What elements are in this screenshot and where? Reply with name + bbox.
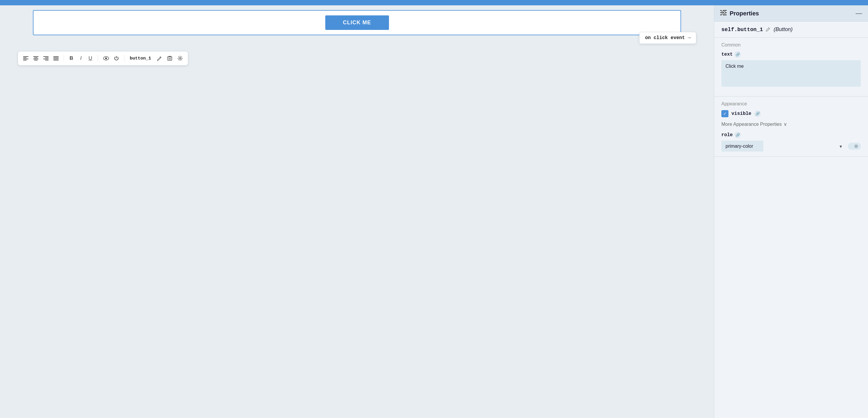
properties-icon xyxy=(720,10,727,17)
chevron-down-icon: ∨ xyxy=(783,121,787,127)
component-type: (Button) xyxy=(774,26,793,33)
role-section: role 🔗 primary-color secondary-color dan… xyxy=(721,132,861,152)
common-section: Common text 🔗 Click me xyxy=(714,38,868,97)
visibility-button[interactable] xyxy=(101,54,111,63)
svg-point-24 xyxy=(724,12,725,13)
visible-link-icon[interactable]: 🔗 xyxy=(754,110,761,117)
top-bar xyxy=(0,0,868,5)
panel-close-button[interactable]: — xyxy=(856,9,862,17)
element-toolbar: B I U button_1 xyxy=(18,51,188,65)
more-appearance-label: More Appearance Properties xyxy=(721,122,782,127)
svg-rect-3 xyxy=(23,60,27,60)
italic-button[interactable]: I xyxy=(76,54,85,63)
svg-point-25 xyxy=(721,14,723,15)
svg-rect-6 xyxy=(33,59,38,59)
main-layout: CLICK ME on click event → xyxy=(0,5,868,418)
svg-rect-7 xyxy=(34,60,38,60)
align-justify-button[interactable] xyxy=(51,54,61,63)
panel-header: Properties — xyxy=(714,5,868,22)
text-format-group: B I U xyxy=(67,54,95,63)
text-link-icon[interactable]: 🔗 xyxy=(734,51,741,58)
rename-button[interactable] xyxy=(155,54,164,63)
visible-label: visible xyxy=(732,111,751,116)
preview-button[interactable]: CLICK ME xyxy=(325,15,389,30)
svg-rect-11 xyxy=(45,60,49,60)
svg-rect-12 xyxy=(53,56,59,57)
settings-button[interactable] xyxy=(175,54,185,63)
text-label-text: text xyxy=(721,52,733,57)
svg-rect-10 xyxy=(43,59,49,59)
panel-header-left: Properties xyxy=(720,10,759,17)
svg-rect-8 xyxy=(43,56,49,57)
visible-row: ✓ visible 🔗 xyxy=(721,110,861,117)
svg-rect-4 xyxy=(33,56,38,57)
svg-point-27 xyxy=(855,144,858,148)
svg-rect-9 xyxy=(45,58,49,58)
alignment-group xyxy=(21,54,61,63)
role-select-wrapper: primary-color secondary-color danger suc… xyxy=(721,140,845,152)
svg-point-23 xyxy=(721,10,723,11)
appearance-section-label: Appearance xyxy=(721,101,861,106)
edit-name-button[interactable] xyxy=(766,27,771,33)
role-select-row: primary-color secondary-color danger suc… xyxy=(721,140,861,152)
svg-rect-2 xyxy=(23,59,28,59)
appearance-section: Appearance ✓ visible 🔗 More Appearance P… xyxy=(714,97,868,157)
text-property-label: text 🔗 xyxy=(721,51,861,58)
align-right-button[interactable] xyxy=(41,54,51,63)
underline-button[interactable]: U xyxy=(86,54,95,63)
text-property-row: text 🔗 Click me xyxy=(721,51,861,88)
role-toggle-button[interactable] xyxy=(848,143,861,150)
svg-point-17 xyxy=(105,58,107,59)
role-label-text: role xyxy=(721,132,733,138)
text-input[interactable]: Click me xyxy=(721,60,861,87)
align-left-button[interactable] xyxy=(21,54,31,63)
svg-rect-0 xyxy=(23,56,28,57)
element-name-label: button_1 xyxy=(127,55,153,62)
svg-rect-13 xyxy=(53,58,59,58)
component-identity: self.button_1 (Button) xyxy=(714,22,868,38)
svg-rect-14 xyxy=(53,59,59,59)
svg-point-19 xyxy=(180,58,181,59)
divider-1 xyxy=(64,55,64,62)
svg-rect-5 xyxy=(34,58,38,58)
canvas-area: CLICK ME on click event → xyxy=(0,5,714,418)
delete-button[interactable] xyxy=(165,54,174,63)
panel-title: Properties xyxy=(730,10,759,17)
common-section-label: Common xyxy=(721,42,861,48)
role-select[interactable]: primary-color secondary-color danger suc… xyxy=(721,140,764,152)
divider-2 xyxy=(98,55,98,62)
more-appearance-button[interactable]: More Appearance Properties ∨ xyxy=(721,121,787,127)
visibility-group xyxy=(101,54,121,63)
align-center-button[interactable] xyxy=(31,54,40,63)
svg-rect-1 xyxy=(23,58,27,58)
role-link-icon[interactable]: 🔗 xyxy=(734,132,741,138)
svg-rect-15 xyxy=(53,60,59,60)
divider-3 xyxy=(124,55,124,62)
onclick-event-popup[interactable]: on click event → xyxy=(639,32,696,44)
role-property-label: role 🔗 xyxy=(721,132,861,138)
visible-checkbox[interactable]: ✓ xyxy=(721,110,728,117)
properties-panel: Properties — self.button_1 (Button) Comm… xyxy=(714,5,868,418)
component-name: self.button_1 xyxy=(721,27,763,33)
button-preview-container: CLICK ME xyxy=(33,10,681,35)
bold-button[interactable]: B xyxy=(67,54,76,63)
power-button[interactable] xyxy=(112,54,121,63)
